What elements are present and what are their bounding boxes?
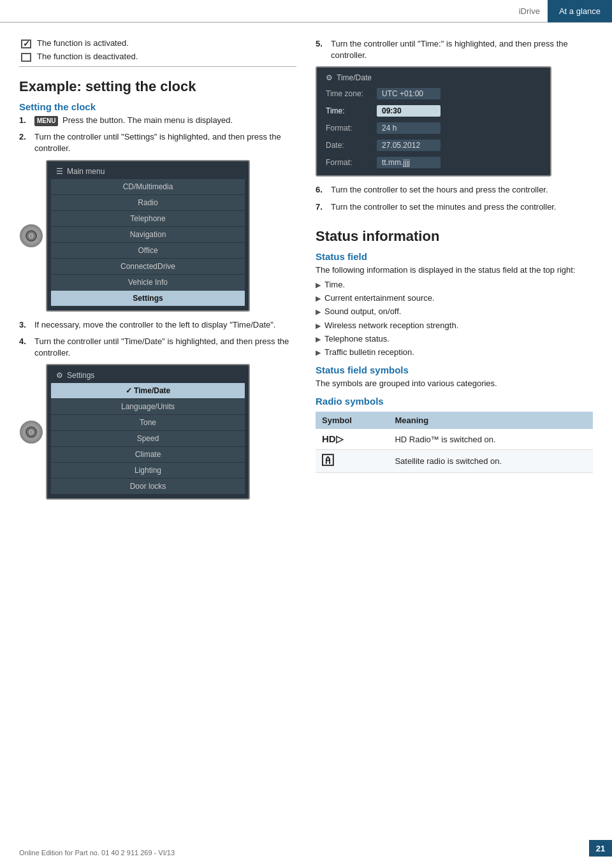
step-4-content: Turn the controller until "Time/Date" is… — [34, 336, 296, 359]
step-7: 7. Turn the controller to set the minute… — [316, 201, 593, 213]
menu-button-label: MENU — [34, 116, 58, 126]
radio-symbols-subtitle: Radio symbols — [316, 396, 593, 407]
meaning-satellite: Satellite radio is switched on. — [388, 450, 593, 473]
step-5-num: 5. — [316, 38, 328, 50]
settings-item-time-date: ✓ Time/Date — [51, 383, 245, 398]
step-6-content: Turn the controller to set the hours and… — [331, 184, 593, 196]
time-row: Time: 09:30 — [321, 103, 546, 119]
step-6-num: 6. — [316, 184, 328, 196]
main-menu-title: Main menu — [67, 167, 105, 176]
settings-screen-mockup-container: ⚙ ⚙ Settings ✓ Time/Date Language/Units … — [19, 364, 296, 500]
checkbox-checked-icon — [19, 39, 33, 49]
symbol-hd-radio: HD▷ — [316, 429, 388, 450]
step-1-content: MENU Press the button. The main menu is … — [34, 115, 296, 126]
date-row: Date: 27.05.2012 — [321, 137, 546, 154]
bullet-telephone-text: Telephone status. — [324, 333, 390, 345]
settings-item-tone: Tone — [51, 415, 245, 430]
step-2: 2. Turn the controller until "Settings" … — [19, 131, 296, 154]
bullet-time: ▶ Time. — [316, 279, 593, 291]
page-number: 21 — [589, 840, 612, 857]
step-2-content: Turn the controller until "Settings" is … — [34, 131, 296, 154]
function-activated: The function is activated. — [19, 38, 296, 49]
page-footer: Online Edition for Part no. 01 40 2 911 … — [0, 849, 612, 857]
table-row-hd-radio: HD▷ HD Radio™ is switched on. — [316, 429, 593, 450]
footer-text: Online Edition for Part no. 01 40 2 911 … — [19, 849, 175, 857]
nav-knob-2: ⚙ — [20, 421, 43, 444]
steps-6-7-list: 6. Turn the controller to set the hours … — [316, 184, 593, 212]
bullet-arrow-icon-5: ▶ — [316, 335, 321, 344]
settings-item-climate: Climate — [51, 447, 245, 462]
bullet-entertainment: ▶ Current entertainment source. — [316, 293, 593, 304]
table-row-satellite: 🄰 Satellite radio is switched on. — [316, 450, 593, 473]
bullet-arrow-icon-2: ▶ — [316, 294, 321, 303]
header-idrive-label: iDrive — [511, 6, 548, 16]
settings-item-lighting: Lighting — [51, 463, 245, 478]
checkbox-empty-icon — [19, 52, 33, 62]
settings-item-door-locks: Door locks — [51, 479, 245, 494]
menu-item-office: Office — [51, 243, 245, 258]
bullet-arrow-icon: ▶ — [316, 280, 321, 290]
steps-3-4-list: 3. If necessary, move the controller to … — [19, 319, 296, 359]
step-3-content: If necessary, move the controller to the… — [34, 319, 296, 331]
bullet-wireless-text: Wireless network reception strength. — [324, 320, 458, 331]
bullet-wireless: ▶ Wireless network reception strength. — [316, 320, 593, 331]
settings-screen: ⚙ Settings ✓ Time/Date Language/Units To… — [46, 364, 250, 500]
step-5-list: 5. Turn the controller until "Time:" is … — [316, 38, 593, 61]
radio-symbols-table: Symbol Meaning HD▷ HD Radio™ is switched… — [316, 412, 593, 473]
format-row-2: Format: tt.mm.jjjj — [321, 154, 546, 171]
status-field-symbols-subtitle: Status field symbols — [316, 365, 593, 375]
steps-list: 1. MENU Press the button. The main menu … — [19, 115, 296, 155]
step-1: 1. MENU Press the button. The main menu … — [19, 115, 296, 126]
symbols-description: The symbols are grouped into various cat… — [316, 378, 593, 389]
symbol-satellite: 🄰 — [316, 450, 388, 473]
main-menu-title-bar: ☰ Main menu — [51, 165, 245, 178]
step-3: 3. If necessary, move the controller to … — [19, 319, 296, 331]
step-6: 6. Turn the controller to set the hours … — [316, 184, 593, 196]
status-field-subtitle: Status field — [316, 251, 593, 262]
menu-item-connecteddrive: ConnectedDrive — [51, 259, 245, 274]
svg-text:⚙: ⚙ — [28, 428, 34, 436]
bullet-arrow-icon-3: ▶ — [316, 307, 321, 317]
table-header-row: Symbol Meaning — [316, 412, 593, 429]
svg-text:⚙: ⚙ — [28, 232, 34, 240]
status-field-description: The following information is displayed i… — [316, 264, 593, 276]
page-header: iDrive At a glance — [0, 0, 612, 23]
divider — [19, 66, 296, 67]
time-date-title-bar: ⚙ Time/Date — [321, 71, 546, 84]
main-content: The function is activated. The function … — [0, 23, 612, 523]
menu-item-navigation: Navigation — [51, 227, 245, 242]
status-bullets: ▶ Time. ▶ Current entertainment source. … — [316, 279, 593, 358]
settings-item-speed: Speed — [51, 431, 245, 446]
status-information-title: Status information — [316, 228, 593, 245]
example-section-title: Example: setting the clock — [19, 78, 296, 95]
bullet-traffic: ▶ Traffic bulletin reception. — [316, 347, 593, 358]
time-date-title: Time/Date — [337, 73, 372, 82]
function-activated-text: The function is activated. — [37, 38, 129, 48]
step-3-num: 3. — [19, 319, 32, 331]
function-deactivated-text: The function is deactivated. — [37, 52, 138, 61]
settings-title-bar: ⚙ Settings — [51, 369, 245, 382]
left-column: The function is activated. The function … — [19, 38, 296, 507]
time-zone-row: Time zone: UTC +01:00 — [321, 85, 546, 102]
step-7-content: Turn the controller to set the minutes a… — [331, 201, 593, 213]
step-1-num: 1. — [19, 115, 32, 126]
bullet-telephone: ▶ Telephone status. — [316, 333, 593, 345]
menu-item-settings: Settings — [51, 291, 245, 306]
settings-title: Settings — [67, 371, 94, 380]
meaning-hd-radio: HD Radio™ is switched on. — [388, 429, 593, 450]
right-column: 5. Turn the controller until "Time:" is … — [316, 38, 593, 507]
main-menu-mockup-container: ⚙ ☰ Main menu CD/Multimedia Radio Teleph… — [19, 160, 296, 312]
col-meaning-header: Meaning — [388, 412, 593, 429]
format-row-1: Format: 24 h — [321, 120, 546, 136]
main-menu-screen: ☰ Main menu CD/Multimedia Radio Telephon… — [46, 160, 250, 312]
step-4: 4. Turn the controller until "Time/Date"… — [19, 336, 296, 359]
bullet-entertainment-text: Current entertainment source. — [324, 293, 435, 304]
menu-item-radio: Radio — [51, 195, 245, 210]
bullet-arrow-icon-4: ▶ — [316, 321, 321, 331]
setting-clock-subsection-title: Setting the clock — [19, 101, 296, 112]
step-4-num: 4. — [19, 336, 32, 347]
step-2-num: 2. — [19, 131, 32, 143]
bullet-traffic-text: Traffic bulletin reception. — [324, 347, 414, 358]
col-symbol-header: Symbol — [316, 412, 388, 429]
menu-item-vehicle-info: Vehicle Info — [51, 275, 245, 290]
